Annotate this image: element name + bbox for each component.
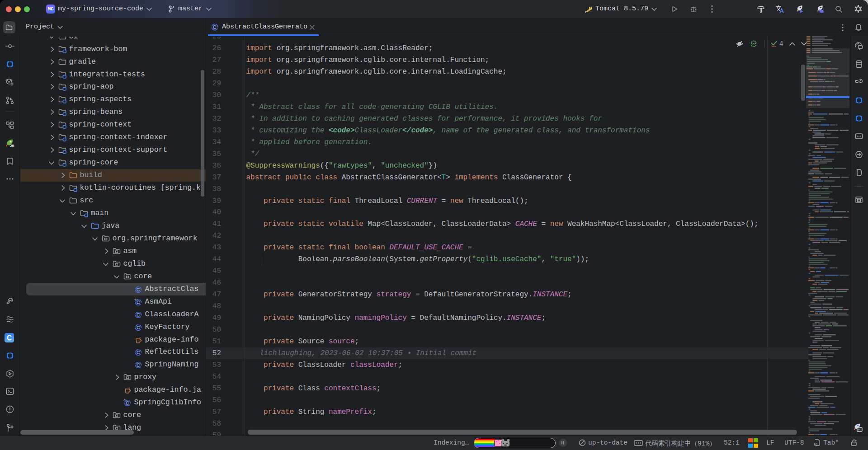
svg-text:JR: JR bbox=[10, 144, 14, 148]
svg-text:A: A bbox=[858, 199, 860, 202]
svg-text:?: ? bbox=[11, 82, 13, 86]
